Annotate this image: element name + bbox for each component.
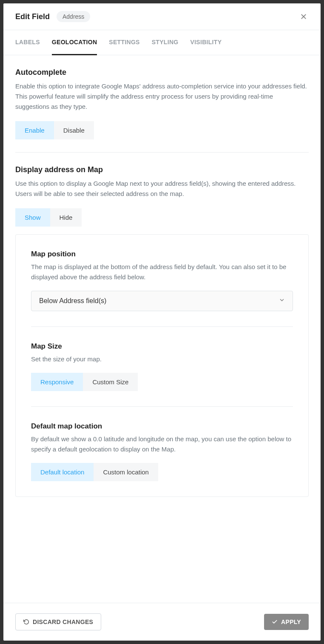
autocomplete-section: Autocomplete Enable this option to integ… [15,68,309,153]
modal-content: Autocomplete Enable this option to integ… [3,55,321,603]
apply-button[interactable]: APPLY [264,614,309,630]
sections.mapSize.desc: Set the size of your map. [31,354,293,364]
apply-label: APPLY [281,618,301,625]
tab-styling[interactable]: STYLING [152,30,179,55]
autocomplete-desc: Enable this option to integrate Google M… [15,81,309,112]
map-position-select[interactable]: Below Address field(s) [31,291,293,311]
field-type-badge: Address [57,11,90,22]
tab-labels[interactable]: LABELS [15,30,40,55]
discard-changes-button[interactable]: DISCARD CHANGES [15,613,101,630]
undo-icon [23,619,29,625]
map-position-desc: The map is displayed at the bottom of th… [31,262,293,282]
tab-geolocation[interactable]: GEOLOCATION [52,30,97,55]
autocomplete-enable-button[interactable]: Enable [15,121,54,139]
display-map-section: Display address on Map Use this option t… [15,165,309,234]
modal-title: Edit Field [15,12,50,21]
edit-field-modal: Edit Field Address LABELS GEOLOCATION SE… [3,3,321,641]
display-map-title: Display address on Map [15,165,309,174]
display-map-toggle: Show Hide [15,208,82,227]
discard-label: DISCARD CHANGES [33,618,93,625]
display-map-desc: Use this option to display a Google Map … [15,179,309,199]
default-location-custom-button[interactable]: Custom location [94,463,158,481]
display-map-show-button[interactable]: Show [15,208,50,227]
autocomplete-disable-button[interactable]: Disable [54,121,94,139]
map-position-section: Map position The map is displayed at the… [31,235,293,327]
modal-footer: DISCARD CHANGES APPLY [3,603,321,641]
map-size-section: Map Size Set the size of your map. Respo… [31,327,293,407]
map-position-title: Map position [31,250,293,258]
autocomplete-title: Autocomplete [15,68,309,77]
map-size-custom-button[interactable]: Custom Size [83,373,138,391]
autocomplete-toggle: Enable Disable [15,121,94,139]
default-location-desc: By default we show a 0.0 latitude and lo… [31,434,293,454]
default-location-section: Default map location By default we show … [31,407,293,496]
map-size-toggle: Responsive Custom Size [31,373,138,391]
tab-bar: LABELS GEOLOCATION SETTINGS STYLING VISI… [3,30,321,55]
modal-header: Edit Field Address [3,3,321,30]
map-size-responsive-button[interactable]: Responsive [31,373,83,391]
close-icon [300,13,307,20]
map-settings-card: Map position The map is displayed at the… [15,234,309,497]
tab-settings[interactable]: SETTINGS [109,30,139,55]
chevron-down-icon [279,297,285,305]
default-location-default-button[interactable]: Default location [31,463,94,481]
default-location-title: Default map location [31,422,293,431]
map-position-value: Below Address field(s) [39,297,106,305]
close-button[interactable] [298,11,309,22]
check-icon [272,619,278,625]
display-map-hide-button[interactable]: Hide [50,208,82,227]
default-location-toggle: Default location Custom location [31,463,158,481]
map-size-title: Map Size [31,342,293,351]
tab-visibility[interactable]: VISIBILITY [190,30,222,55]
